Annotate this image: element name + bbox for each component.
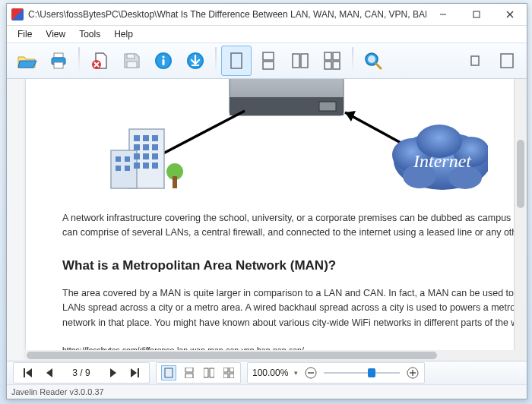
single-page-button[interactable] bbox=[221, 46, 252, 76]
close-icon bbox=[506, 11, 514, 18]
zoom-in-icon bbox=[407, 367, 419, 379]
zoom-value: 100.00% bbox=[252, 368, 288, 378]
facing-continuous-button[interactable] bbox=[317, 46, 347, 76]
svg-rect-67 bbox=[24, 368, 25, 377]
continuous-page-button[interactable] bbox=[253, 46, 283, 76]
vscroll-thumb[interactable] bbox=[517, 140, 524, 208]
facing-page-button[interactable] bbox=[285, 46, 315, 76]
toolbar-separator bbox=[352, 47, 353, 74]
last-page-icon bbox=[130, 368, 139, 377]
svg-marker-71 bbox=[131, 368, 137, 377]
horizontal-scrollbar[interactable] bbox=[25, 350, 515, 361]
print-button[interactable] bbox=[43, 46, 74, 76]
svg-rect-4 bbox=[54, 53, 63, 58]
status-text: Javelin Reader v3.0.0.37 bbox=[11, 387, 104, 396]
view-facing-icon bbox=[204, 368, 214, 378]
menu-view[interactable]: View bbox=[40, 27, 71, 41]
heading-man: What is a Metropolitan Area Network (MAN… bbox=[62, 256, 515, 276]
view-facing-button[interactable] bbox=[202, 366, 216, 380]
svg-rect-50 bbox=[143, 153, 149, 159]
first-page-button[interactable] bbox=[21, 366, 35, 380]
last-page-button[interactable] bbox=[128, 366, 141, 380]
download-button[interactable] bbox=[180, 46, 211, 76]
download-icon bbox=[185, 51, 206, 71]
svg-rect-20 bbox=[263, 52, 274, 60]
zoom-in-button[interactable] bbox=[406, 366, 420, 380]
close-button[interactable] bbox=[493, 4, 527, 25]
svg-rect-26 bbox=[325, 62, 331, 69]
svg-rect-46 bbox=[134, 144, 140, 150]
svg-rect-24 bbox=[325, 52, 331, 60]
hscroll-thumb[interactable] bbox=[27, 352, 437, 359]
maximize-button[interactable] bbox=[460, 4, 493, 25]
view-continuous-icon bbox=[185, 368, 194, 378]
svg-rect-27 bbox=[333, 62, 340, 69]
zoom-out-button[interactable] bbox=[304, 366, 318, 380]
menu-tools[interactable]: Tools bbox=[73, 27, 106, 41]
open-button[interactable] bbox=[11, 46, 42, 76]
internet-label: Internet bbox=[413, 151, 472, 171]
first-page-icon bbox=[24, 368, 33, 377]
print-icon bbox=[48, 51, 69, 71]
menu-file[interactable]: File bbox=[11, 27, 38, 41]
titlebar: C:\Users\fossBytesPC\Desktop\What Is The… bbox=[7, 4, 527, 26]
window-title: C:\Users\fossBytesPC\Desktop\What Is The… bbox=[28, 9, 426, 20]
svg-rect-74 bbox=[185, 368, 193, 372]
svg-rect-25 bbox=[333, 52, 340, 60]
svg-rect-52 bbox=[134, 163, 140, 169]
svg-rect-47 bbox=[143, 144, 149, 150]
document-viewport[interactable]: Internet A network infrastructure coveri… bbox=[7, 79, 527, 361]
next-page-icon bbox=[109, 368, 117, 377]
minimize-button[interactable] bbox=[426, 4, 460, 25]
bottom-toolbar: 3 / 9 100.00% ▾ bbox=[7, 361, 527, 384]
svg-rect-57 bbox=[116, 166, 121, 171]
zoom-dropdown[interactable]: ▾ bbox=[294, 369, 298, 377]
open-folder-icon bbox=[16, 51, 37, 71]
svg-rect-10 bbox=[127, 54, 135, 58]
thumbnail-small-button[interactable] bbox=[460, 46, 490, 76]
svg-marker-68 bbox=[26, 368, 32, 377]
svg-point-14 bbox=[162, 55, 164, 58]
menu-help[interactable]: Help bbox=[108, 27, 139, 41]
svg-rect-72 bbox=[138, 368, 139, 377]
svg-line-30 bbox=[376, 64, 381, 68]
page-canvas: Internet A network infrastructure coveri… bbox=[25, 79, 515, 361]
svg-rect-73 bbox=[165, 368, 173, 377]
svg-rect-19 bbox=[231, 53, 242, 68]
thumbnail-large-button[interactable] bbox=[492, 46, 522, 76]
svg-rect-42 bbox=[111, 150, 137, 188]
app-icon bbox=[11, 8, 24, 21]
next-page-button[interactable] bbox=[106, 366, 120, 380]
view-single-button[interactable] bbox=[161, 365, 176, 380]
svg-rect-55 bbox=[116, 156, 121, 162]
svg-rect-60 bbox=[173, 176, 177, 188]
menubar: File View Tools Help bbox=[7, 26, 527, 43]
network-diagram: Internet bbox=[62, 79, 515, 200]
zoom-slider[interactable] bbox=[324, 366, 400, 380]
zoom-button[interactable] bbox=[358, 46, 388, 76]
svg-rect-80 bbox=[223, 374, 228, 378]
svg-rect-32 bbox=[501, 54, 513, 68]
slider-thumb[interactable] bbox=[368, 368, 375, 377]
thumb-small-icon bbox=[467, 52, 483, 70]
facing-continuous-icon bbox=[323, 51, 341, 71]
svg-rect-31 bbox=[471, 56, 479, 65]
svg-rect-6 bbox=[54, 62, 63, 68]
view-continuous-button[interactable] bbox=[182, 366, 196, 380]
slider-track bbox=[324, 372, 400, 374]
zoom-out-icon bbox=[305, 367, 317, 379]
svg-rect-78 bbox=[223, 368, 228, 372]
save-button[interactable] bbox=[116, 46, 147, 76]
view-facing-cont-button[interactable] bbox=[222, 366, 236, 380]
svg-rect-75 bbox=[185, 374, 193, 378]
remove-file-button[interactable] bbox=[84, 46, 115, 76]
info-button[interactable] bbox=[148, 46, 179, 76]
vertical-scrollbar[interactable] bbox=[515, 79, 526, 361]
zoom-group: 100.00% ▾ bbox=[247, 362, 425, 383]
toolbar-separator bbox=[215, 47, 217, 74]
svg-marker-69 bbox=[46, 368, 52, 377]
view-mode-group bbox=[156, 362, 241, 383]
prev-page-button[interactable] bbox=[43, 366, 56, 380]
toolbar-separator bbox=[78, 47, 80, 74]
facing-page-icon bbox=[291, 51, 309, 71]
